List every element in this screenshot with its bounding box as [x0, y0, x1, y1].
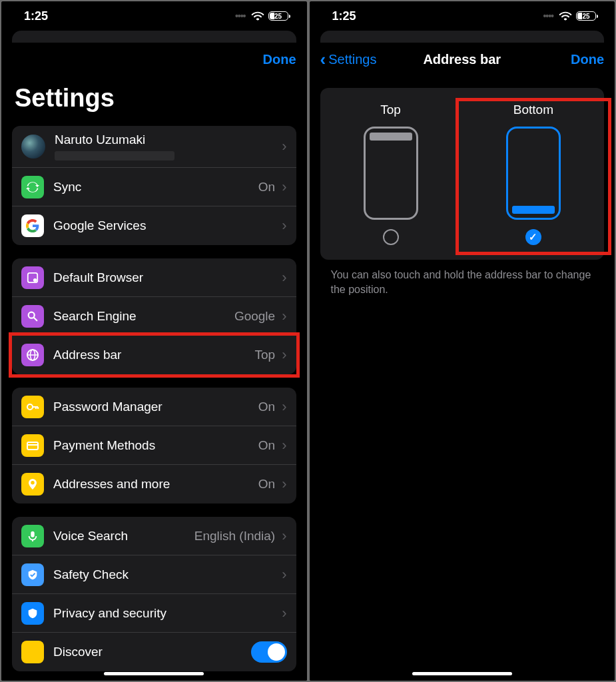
profile-row[interactable]: Naruto Uzumaki › — [12, 126, 296, 168]
battery-icon: 25 — [576, 11, 596, 21]
chevron-right-icon: › — [282, 178, 286, 196]
status-time: 1:25 — [332, 9, 356, 23]
chevron-right-icon: › — [282, 398, 286, 416]
svg-point-7 — [27, 404, 33, 410]
sync-row[interactable]: Sync On › — [12, 168, 296, 206]
mic-icon — [21, 525, 44, 547]
discover-icon — [21, 641, 44, 663]
addresses-row[interactable]: Addresses and more On › — [12, 465, 296, 504]
home-indicator[interactable] — [104, 672, 204, 675]
default-browser-icon — [21, 266, 44, 289]
svg-line-3 — [34, 317, 37, 320]
sheet-background-peek — [320, 31, 605, 43]
voice-search-row[interactable]: Voice Search English (India) › — [12, 517, 296, 555]
status-bar: 1:25 •••• 25 — [310, 1, 615, 31]
profile-email-redacted — [55, 151, 174, 161]
avatar — [21, 135, 45, 159]
phone-mock-bottom — [506, 127, 561, 220]
discover-toggle[interactable] — [251, 641, 287, 663]
search-icon — [21, 305, 44, 328]
screenshot-right: 1:25 •••• 25 ‹ Settings Address bar Done… — [310, 1, 615, 681]
payment-methods-row[interactable]: Payment Methods On › — [12, 426, 296, 465]
chevron-right-icon: › — [282, 476, 286, 493]
radio-unselected[interactable] — [383, 229, 399, 245]
page-title: Settings — [15, 84, 294, 113]
chevron-right-icon: › — [282, 437, 286, 454]
address-bar-options: Top Bottom ✓ — [320, 88, 605, 260]
chevron-right-icon: › — [282, 346, 286, 364]
home-indicator[interactable] — [412, 672, 512, 675]
chevron-right-icon: › — [282, 217, 286, 234]
cellular-dots-icon: •••• — [235, 11, 246, 21]
modal-header: ‹ Settings Address bar Done — [320, 43, 605, 76]
back-button[interactable]: ‹ Settings — [320, 51, 377, 68]
key-icon — [21, 396, 44, 418]
page-title: Address bar — [423, 52, 501, 67]
done-button[interactable]: Done — [571, 52, 604, 67]
chevron-right-icon: › — [282, 527, 286, 545]
privacy-row[interactable]: Privacy and security › — [12, 594, 296, 633]
done-button[interactable]: Done — [263, 52, 296, 67]
google-services-row[interactable]: Google Services › — [12, 206, 296, 245]
phone-mock-top — [364, 127, 418, 220]
password-manager-row[interactable]: Password Manager On › — [12, 388, 296, 426]
cellular-dots-icon: •••• — [543, 11, 553, 21]
shield-check-icon — [21, 563, 44, 586]
address-bar-row[interactable]: Address bar Top › — [12, 336, 296, 374]
wifi-icon — [251, 11, 264, 21]
chevron-right-icon: › — [282, 269, 286, 286]
battery-icon: 25 — [268, 11, 288, 21]
pin-icon — [21, 473, 44, 496]
globe-icon — [21, 344, 44, 366]
svg-point-1 — [33, 278, 37, 281]
svg-rect-13 — [31, 531, 34, 537]
shield-icon — [21, 602, 44, 625]
footer-note: You can also touch and hold the address … — [320, 260, 605, 298]
chevron-right-icon: › — [282, 308, 286, 325]
settings-group-account: Naruto Uzumaki › Sync On › Google Servic… — [12, 126, 296, 245]
sync-icon — [21, 176, 44, 198]
radio-selected[interactable]: ✓ — [525, 229, 541, 245]
sheet-background-peek — [12, 31, 296, 43]
settings-group-privacy: Voice Search English (India) › Safety Ch… — [12, 517, 296, 671]
settings-group-browser: Default Browser › Search Engine Google ›… — [12, 258, 296, 374]
status-time: 1:25 — [24, 9, 48, 23]
chevron-left-icon: ‹ — [320, 51, 326, 68]
profile-name: Naruto Uzumaki — [55, 133, 282, 147]
chevron-right-icon: › — [282, 605, 286, 622]
search-engine-row[interactable]: Search Engine Google › — [12, 297, 296, 336]
google-icon — [21, 214, 44, 237]
chevron-right-icon: › — [282, 566, 286, 583]
safety-check-row[interactable]: Safety Check › — [12, 555, 296, 594]
default-browser-row[interactable]: Default Browser › — [12, 258, 296, 297]
wifi-icon — [559, 11, 572, 21]
card-icon — [21, 434, 44, 457]
settings-group-autofill: Password Manager On › Payment Methods On… — [12, 388, 296, 504]
option-bottom[interactable]: Bottom ✓ — [458, 100, 609, 253]
discover-row[interactable]: Discover — [12, 633, 296, 671]
screenshot-left: 1:25 •••• 25 Done Settings Naruto Uzumak… — [1, 1, 307, 681]
modal-header: Done — [12, 43, 296, 76]
status-bar: 1:25 •••• 25 — [1, 1, 307, 31]
svg-rect-11 — [27, 442, 38, 450]
chevron-right-icon: › — [282, 138, 286, 155]
option-top[interactable]: Top — [331, 103, 451, 245]
